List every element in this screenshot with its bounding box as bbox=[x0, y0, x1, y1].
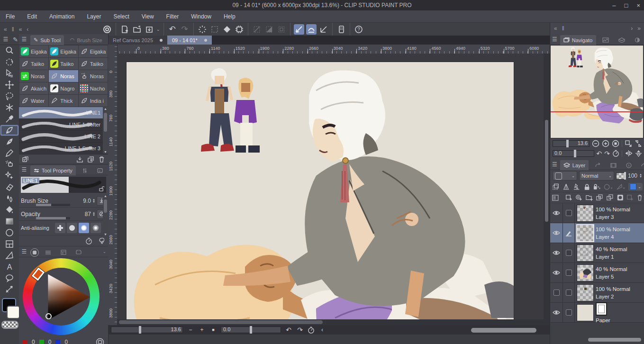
zoom-slider[interactable]: 13.6 bbox=[111, 326, 183, 333]
navigator-rotation-slider[interactable]: 0.0 bbox=[553, 150, 594, 157]
new-raster-layer-icon[interactable] bbox=[565, 194, 572, 201]
layer-menu-icon[interactable]: ☰ bbox=[552, 161, 557, 168]
eyedropper-tool-icon[interactable] bbox=[0, 113, 19, 125]
layer-thumbnail[interactable] bbox=[577, 225, 593, 241]
color-panel-chevron-icon[interactable]: ⌄ bbox=[102, 249, 106, 254]
layer-row-layer-2[interactable]: 100 % NormalLayer 2 bbox=[550, 283, 644, 303]
palette-color-dropdown[interactable]: ⌄ bbox=[553, 171, 577, 181]
tab-modified-dot[interactable] bbox=[204, 39, 207, 42]
color-mode-toggle-icon[interactable] bbox=[96, 338, 104, 344]
subtool-menu-icon[interactable]: ☰ bbox=[21, 36, 27, 43]
aa-none-button[interactable] bbox=[55, 223, 65, 233]
merge-to-layer-below-icon[interactable] bbox=[607, 194, 614, 201]
property-spinner[interactable]: ▲▼ bbox=[92, 199, 95, 203]
import-subtool-icon[interactable] bbox=[76, 156, 83, 163]
inking-pen-tool-icon[interactable] bbox=[0, 136, 19, 147]
deselect-icon[interactable] bbox=[197, 24, 208, 35]
subtool-item-noras[interactable]: Noras bbox=[19, 70, 48, 82]
tool-property-scrollbar[interactable]: ▲▼ bbox=[103, 194, 108, 236]
layer-editing-indicator[interactable] bbox=[562, 223, 575, 243]
snap-to-grid-icon[interactable] bbox=[318, 24, 329, 35]
layer-row-layer-3[interactable]: 100 % NormalLayer 3 bbox=[550, 203, 644, 223]
ruler-range-icon[interactable] bbox=[616, 183, 625, 190]
tab-item-bank[interactable] bbox=[615, 35, 628, 45]
right-collapse-arrows[interactable]: «‖›» bbox=[550, 23, 644, 34]
layer-thumbnail[interactable] bbox=[577, 205, 593, 221]
color-wheel[interactable] bbox=[19, 257, 108, 336]
new-file-icon[interactable] bbox=[119, 24, 130, 35]
fill-tool-icon[interactable] bbox=[0, 204, 19, 216]
tab-modified-dot[interactable] bbox=[160, 39, 163, 42]
zoom-100-button[interactable]: ■ bbox=[209, 327, 217, 332]
brush-item-line-2[interactable]: LINE 2 bbox=[19, 131, 108, 143]
figure-tool-icon[interactable] bbox=[0, 227, 19, 238]
document-tab[interactable]: Ref Canvas 2025 bbox=[108, 36, 167, 45]
layer-color-dropdown[interactable]: ⌄ bbox=[628, 183, 643, 190]
layer-list-view-icon[interactable] bbox=[552, 194, 559, 201]
delete-subtool-icon[interactable] bbox=[98, 156, 105, 163]
layer-visibility-toggle[interactable] bbox=[550, 290, 562, 296]
subtool-item-eigaka[interactable]: Eigaka bbox=[49, 45, 78, 57]
subtool-item-noras[interactable]: Noras bbox=[79, 70, 108, 82]
layer-thumbnail[interactable] bbox=[577, 245, 593, 261]
open-file-icon[interactable] bbox=[132, 24, 142, 35]
layer-visibility-toggle[interactable] bbox=[550, 230, 562, 235]
rotate-left-icon[interactable]: ↶ bbox=[285, 326, 292, 334]
subtool-item-taiiko[interactable]: Taiiko bbox=[79, 58, 108, 70]
tab-quick-access[interactable] bbox=[631, 35, 644, 45]
zoom-in-button[interactable]: + bbox=[198, 326, 206, 333]
blend-tool-icon[interactable] bbox=[0, 193, 19, 204]
menu-item-edit[interactable]: Edit bbox=[27, 13, 37, 20]
layer-row-layer-4[interactable]: 100 % NormalLayer 4 bbox=[550, 223, 644, 243]
tool-palette-menu-icon[interactable]: ☰ bbox=[2, 36, 9, 43]
multi-select-icon[interactable] bbox=[22, 156, 29, 163]
tab-brush-detail[interactable] bbox=[79, 165, 91, 175]
aa-strong-button[interactable] bbox=[91, 223, 101, 233]
menu-item-file[interactable]: File bbox=[6, 13, 15, 20]
blend-mode-dropdown[interactable]: Normal⌄ bbox=[579, 171, 614, 181]
property-spinner[interactable]: ▲▼ bbox=[92, 212, 95, 217]
nav-rotate-right-icon[interactable]: ↷ bbox=[604, 150, 610, 157]
brush-item-line-1-softer[interactable]: LINE 1 Softer bbox=[19, 119, 108, 131]
layer-checkbox[interactable] bbox=[562, 283, 575, 302]
subtool-item-taiiko[interactable]: Taiiko bbox=[19, 58, 48, 70]
status-collapse-icon[interactable]: ‹ bbox=[318, 326, 326, 333]
canvas-viewport[interactable] bbox=[117, 54, 544, 326]
pen-tool-icon[interactable] bbox=[0, 125, 19, 136]
canvas-paper[interactable] bbox=[127, 62, 514, 326]
menu-item-window[interactable]: Window bbox=[191, 13, 211, 20]
wrench-icon[interactable] bbox=[97, 237, 104, 244]
expand-selection-icon[interactable] bbox=[234, 24, 245, 35]
menu-item-filter[interactable]: Filter bbox=[166, 13, 179, 20]
lock-layer-icon[interactable] bbox=[584, 183, 590, 190]
transfer-to-layer-below-icon[interactable] bbox=[596, 194, 603, 201]
lock-transparent-pixels-icon[interactable] bbox=[593, 183, 600, 190]
tool-property-menu-icon[interactable]: ☰ bbox=[21, 166, 27, 173]
navigator-zoom-slider[interactable]: 13.6 bbox=[553, 140, 590, 147]
tab-animation-cels[interactable] bbox=[607, 160, 620, 170]
brush-item-line-1-softer-3[interactable]: LINE 1 Softer 3 bbox=[19, 143, 108, 154]
unlock-icon[interactable] bbox=[99, 186, 105, 192]
layer-row-layer-1[interactable]: 40 % NormalLayer 1 bbox=[550, 243, 644, 263]
text-tool-icon[interactable]: A bbox=[0, 261, 19, 272]
layer-thumbnail[interactable] bbox=[577, 305, 593, 321]
layer-opacity-slider[interactable] bbox=[616, 172, 626, 180]
nav-flip-horizontal-icon[interactable] bbox=[625, 150, 633, 157]
menu-item-view[interactable]: View bbox=[142, 13, 154, 20]
tab-layer[interactable]: Layer bbox=[560, 160, 589, 170]
canvas-horizontal-scrollbar[interactable] bbox=[117, 319, 544, 325]
tab-tool-option[interactable] bbox=[94, 165, 106, 175]
navigator-menu-icon[interactable]: ☰ bbox=[552, 36, 557, 43]
nav-zoom-100-icon[interactable] bbox=[612, 140, 619, 147]
create-layer-mask-icon[interactable] bbox=[617, 194, 624, 201]
tab-color-set[interactable] bbox=[57, 247, 70, 257]
reset-all-settings-icon[interactable] bbox=[85, 237, 92, 244]
frame-border-tool-icon[interactable] bbox=[0, 238, 19, 250]
gradient-tool-icon[interactable] bbox=[0, 216, 19, 227]
opacity-spinner[interactable]: ▲▼ bbox=[639, 173, 642, 178]
tab-layer-property[interactable] bbox=[591, 160, 604, 170]
selection-tool-icon[interactable] bbox=[0, 91, 19, 102]
tab-brush-size[interactable]: ◠Brush Size bbox=[67, 35, 106, 45]
minimize-button[interactable]: – bbox=[612, 2, 616, 9]
light-table-icon[interactable] bbox=[562, 183, 570, 190]
